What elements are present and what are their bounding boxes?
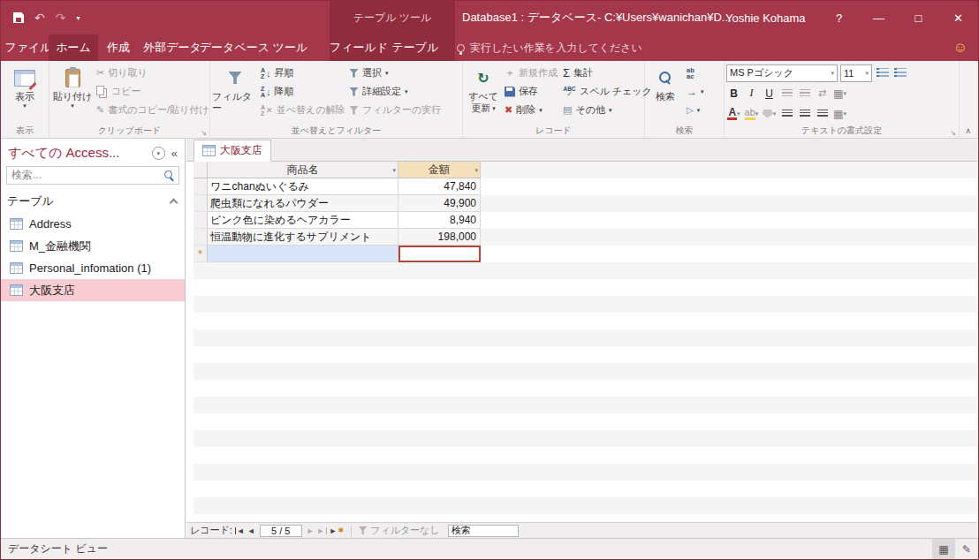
new-record-selector[interactable]: * bbox=[194, 246, 208, 262]
selection-button[interactable]: 選択 ▾ bbox=[346, 64, 444, 82]
sort-descending-button[interactable]: ZA ↓ 降順 bbox=[258, 82, 346, 101]
nav-item-personal-infomation[interactable]: Personal_infomation (1) bbox=[1, 257, 185, 279]
cell-amount[interactable]: 47,840 bbox=[398, 178, 481, 195]
navigation-search-box[interactable]: 検索... bbox=[6, 166, 179, 185]
last-record-button[interactable]: ► bbox=[317, 526, 327, 535]
view-button[interactable]: 表示 ▾ bbox=[3, 62, 47, 125]
record-selector[interactable] bbox=[194, 178, 208, 195]
new-record-button[interactable]: ＋ 新規作成 bbox=[502, 64, 560, 82]
advanced-filter-button[interactable]: 詳細設定 ▾ bbox=[346, 82, 444, 101]
goto-button[interactable]: → ▾ bbox=[684, 82, 707, 101]
new-record-cell-name[interactable] bbox=[208, 246, 398, 262]
new-blank-record-button[interactable]: ►✱ bbox=[330, 526, 345, 535]
tab-create[interactable]: 作成 bbox=[98, 34, 139, 61]
sort-ascending-button[interactable]: AZ ↓ 昇順 bbox=[258, 64, 346, 82]
record-selector[interactable] bbox=[194, 229, 208, 246]
cell-amount[interactable]: 198,000 bbox=[398, 229, 481, 246]
refresh-all-button[interactable]: ↻ すべて 更新 ▾ bbox=[465, 62, 502, 125]
paste-button[interactable]: 貼り付け ▾ bbox=[51, 62, 94, 125]
navigation-pane-title[interactable]: すべての Access... bbox=[8, 145, 148, 162]
save-icon[interactable] bbox=[13, 12, 24, 23]
font-color-button[interactable]: A ▾ bbox=[726, 105, 741, 122]
find-button[interactable]: 検索 bbox=[647, 62, 684, 125]
tell-me-box[interactable]: 実行したい作業を入力してください bbox=[457, 34, 642, 61]
record-selector[interactable] bbox=[194, 212, 208, 229]
toggle-filter-button[interactable]: フィルターの実行 bbox=[346, 101, 444, 119]
more-button[interactable]: ▤ その他 ▾ bbox=[560, 101, 655, 119]
clipboard-dialog-launcher-icon[interactable]: ↘ bbox=[201, 129, 207, 137]
column-header-name[interactable]: 商品名 ▾ bbox=[208, 162, 398, 178]
nav-item-address[interactable]: Address bbox=[1, 213, 185, 235]
datasheet-format-dropdown[interactable]: ▦ ▾ bbox=[832, 85, 847, 102]
cell-name[interactable]: ワニchanぬいぐるみ bbox=[208, 178, 398, 195]
numbering-button[interactable] bbox=[892, 64, 907, 81]
cell-amount[interactable]: 8,940 bbox=[398, 212, 481, 229]
document-tab-osaka-shiten[interactable]: 大阪支店 bbox=[194, 140, 271, 162]
text-direction-button[interactable]: ⇄ bbox=[815, 85, 830, 102]
tab-database-tools[interactable]: データベース ツール bbox=[206, 34, 301, 61]
save-record-button[interactable]: 保存 bbox=[502, 82, 560, 101]
help-button[interactable]: ? bbox=[819, 1, 859, 34]
first-record-button[interactable]: ◄ bbox=[235, 526, 245, 535]
clear-sort-button[interactable]: AZ ✕ 並べ替えの解除 bbox=[258, 101, 346, 119]
gridlines-button[interactable]: ▦ ▾ bbox=[832, 105, 847, 122]
cell-name[interactable]: 恒温動物に進化するサプリメント bbox=[208, 229, 398, 246]
select-button[interactable]: ▷ ▾ bbox=[684, 101, 707, 119]
font-size-combobox[interactable]: 11 ▾ bbox=[840, 64, 872, 82]
close-button[interactable]: ✕ bbox=[938, 1, 978, 34]
totals-button[interactable]: Σ 集計 bbox=[560, 64, 655, 82]
format-painter-button[interactable]: ✎ 書式のコピー/貼り付け bbox=[94, 101, 212, 119]
redo-icon[interactable]: ↷ bbox=[56, 11, 66, 25]
navigation-group-tables[interactable]: テーブル bbox=[1, 190, 185, 213]
bullets-button[interactable] bbox=[875, 64, 890, 81]
customize-qat-icon[interactable]: ▾ bbox=[76, 14, 80, 22]
background-color-button[interactable]: ▾ bbox=[762, 105, 777, 122]
datasheet-view-button[interactable]: ▦ bbox=[932, 539, 955, 559]
feedback-smiley-icon[interactable]: ☺ bbox=[953, 34, 968, 61]
next-record-button[interactable]: ► bbox=[307, 526, 315, 535]
nav-item-m-kinyukikan[interactable]: M_金融機関 bbox=[1, 235, 185, 257]
align-right-button[interactable] bbox=[815, 105, 830, 122]
cell-name[interactable]: ピンク色に染めるヘアカラー bbox=[208, 212, 398, 229]
align-left-button[interactable] bbox=[779, 105, 794, 122]
collapse-ribbon-icon[interactable]: ∧ bbox=[965, 126, 971, 135]
record-search-box[interactable]: 検索 bbox=[448, 525, 519, 537]
highlight-color-button[interactable]: ab ▾ bbox=[744, 105, 759, 122]
underline-button[interactable]: U bbox=[762, 85, 777, 102]
filter-status[interactable]: フィルターなし bbox=[359, 524, 440, 537]
column-header-amount[interactable]: 金額 ▾ bbox=[398, 162, 481, 178]
undo-icon[interactable]: ↶ bbox=[34, 11, 45, 25]
cell-name[interactable]: 爬虫類になれるパウダー bbox=[208, 195, 398, 212]
record-selector[interactable] bbox=[194, 195, 208, 212]
tab-home[interactable]: ホーム bbox=[49, 34, 98, 61]
spelling-button[interactable]: ABC✓ スペル チェック bbox=[560, 82, 655, 101]
increase-indent-button[interactable] bbox=[797, 85, 812, 102]
navigation-pane-menu-icon[interactable]: ▾ bbox=[152, 147, 165, 160]
design-view-button[interactable]: ✎ bbox=[955, 539, 978, 559]
tab-fields[interactable]: フィールド bbox=[330, 34, 388, 61]
replace-button[interactable]: abac bbox=[684, 64, 707, 82]
account-user-name[interactable]: Yoshie Kohama bbox=[725, 1, 806, 34]
italic-button[interactable]: I bbox=[744, 85, 759, 102]
delete-record-button[interactable]: ✖ 削除 ▾ bbox=[502, 101, 560, 119]
maximize-button[interactable]: □ bbox=[899, 1, 938, 34]
filter-button[interactable]: フィルター bbox=[212, 62, 258, 125]
bold-button[interactable]: B bbox=[726, 85, 741, 102]
tab-external-data[interactable]: 外部データ bbox=[139, 34, 206, 61]
align-center-button[interactable] bbox=[797, 105, 812, 122]
text-formatting-dialog-launcher-icon[interactable]: ↘ bbox=[950, 129, 956, 137]
copy-button[interactable]: コピー bbox=[94, 82, 212, 101]
font-name-combobox[interactable]: MS Pゴシック ▾ bbox=[726, 64, 838, 82]
minimize-button[interactable]: — bbox=[859, 1, 899, 34]
previous-record-button[interactable]: ◄ bbox=[247, 526, 255, 535]
cut-button[interactable]: ✂ 切り取り bbox=[94, 64, 212, 82]
nav-item-osaka-shiten[interactable]: 大阪支店 bbox=[1, 279, 185, 301]
decrease-indent-button[interactable] bbox=[779, 85, 794, 102]
current-cell-amount[interactable] bbox=[398, 246, 481, 262]
tab-table[interactable]: テーブル bbox=[388, 34, 443, 61]
column-dropdown-icon[interactable]: ▾ bbox=[392, 167, 396, 174]
column-dropdown-icon[interactable]: ▾ bbox=[474, 167, 478, 174]
shutter-bar-close-icon[interactable]: « bbox=[170, 147, 179, 160]
cell-amount[interactable]: 49,900 bbox=[398, 195, 481, 212]
current-record-box[interactable]: 5 / 5 bbox=[260, 525, 302, 537]
